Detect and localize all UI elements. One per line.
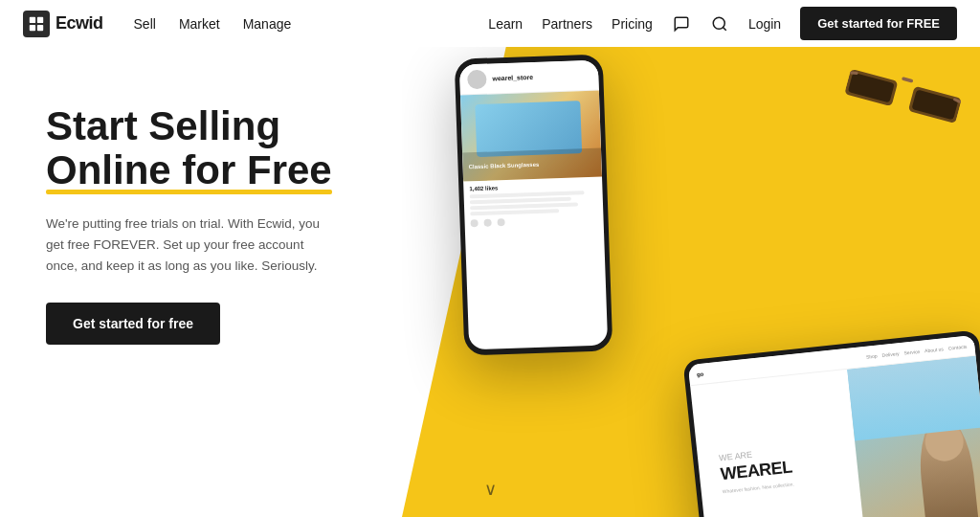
phone-screen: wearel_store Classic Black Sunglasses 1,… <box>459 60 608 350</box>
phone-action-share <box>497 218 504 226</box>
scroll-indicator: ∨ <box>484 479 497 500</box>
tablet-nav-delivery: Delivery <box>881 350 900 358</box>
tablet-screen: go Shop Delivery Service About us Contac… <box>688 335 980 517</box>
logo[interactable]: Ecwid <box>23 11 103 37</box>
scroll-chevron-icon: ∨ <box>484 479 497 500</box>
phone-product-image: Classic Black Sunglasses <box>460 91 602 182</box>
nav-right-links: Learn Partners Pricing Login Get started… <box>488 7 957 40</box>
svg-line-5 <box>723 27 725 30</box>
phone-product-label: Classic Black Sunglasses <box>468 162 539 170</box>
tablet-nav-shop: Shop <box>866 352 878 359</box>
nav-pricing[interactable]: Pricing <box>612 16 653 32</box>
phone-mockup: wearel_store Classic Black Sunglasses 1,… <box>455 54 613 355</box>
tablet-mockup: go Shop Delivery Service About us Contac… <box>682 329 980 517</box>
navbar: Ecwid Sell Market Manage Learn Partners … <box>0 0 980 47</box>
svg-rect-2 <box>30 24 35 30</box>
tablet-nav-contacts: Contacts <box>947 343 967 350</box>
login-button[interactable]: Login <box>748 16 781 32</box>
phone-avatar <box>467 69 487 89</box>
hero-headline: Start Selling Online for Free <box>46 104 364 192</box>
get-started-nav-button[interactable]: Get started for FREE <box>800 7 957 40</box>
hero-headline-line1: Start Selling <box>46 103 280 148</box>
svg-point-4 <box>713 17 724 29</box>
tablet-nav-about: About us <box>924 346 944 353</box>
nav-partners[interactable]: Partners <box>542 16 592 32</box>
phone-username: wearel_store <box>492 74 533 81</box>
hero-description: We're putting free trials on trial. With… <box>46 214 333 276</box>
svg-rect-3 <box>37 24 43 30</box>
tablet-nav-links: Shop Delivery Service About us Contacts <box>866 343 968 359</box>
chat-icon[interactable] <box>672 14 691 34</box>
hero-cta-button[interactable]: Get started for free <box>46 303 220 345</box>
search-icon[interactable] <box>710 14 729 34</box>
tablet-logo: go <box>697 371 704 377</box>
nav-manage[interactable]: Manage <box>243 16 292 32</box>
tablet-nav-service: Service <box>903 348 920 355</box>
phone-action-like <box>470 219 478 227</box>
tablet-hero-image <box>847 356 980 517</box>
phone-topbar: wearel_store <box>459 60 599 96</box>
hero-content: Start Selling Online for Free We're putt… <box>0 47 402 517</box>
phone-content: 1,402 likes <box>463 176 604 232</box>
phone-actions <box>470 215 597 228</box>
hero-section: Start Selling Online for Free We're putt… <box>0 47 980 517</box>
nav-sell[interactable]: Sell <box>134 16 156 32</box>
hero-visual: wearel_store Classic Black Sunglasses 1,… <box>402 47 980 517</box>
svg-rect-0 <box>30 16 35 22</box>
logo-icon <box>23 11 50 37</box>
nav-learn[interactable]: Learn <box>488 16 523 32</box>
svg-rect-1 <box>37 16 43 22</box>
logo-text: Ecwid <box>56 13 103 34</box>
hero-headline-line2: Online for Free <box>46 148 332 192</box>
svg-rect-8 <box>902 77 914 83</box>
phone-text-4 <box>470 209 559 215</box>
tablet-hero-text: WE ARE WEAREL Whatever fashion. New coll… <box>690 370 866 517</box>
headline-underline <box>46 190 332 194</box>
phone-action-comment <box>483 219 491 227</box>
nav-market[interactable]: Market <box>179 16 220 32</box>
nav-left-links: Sell Market Manage <box>134 16 292 32</box>
